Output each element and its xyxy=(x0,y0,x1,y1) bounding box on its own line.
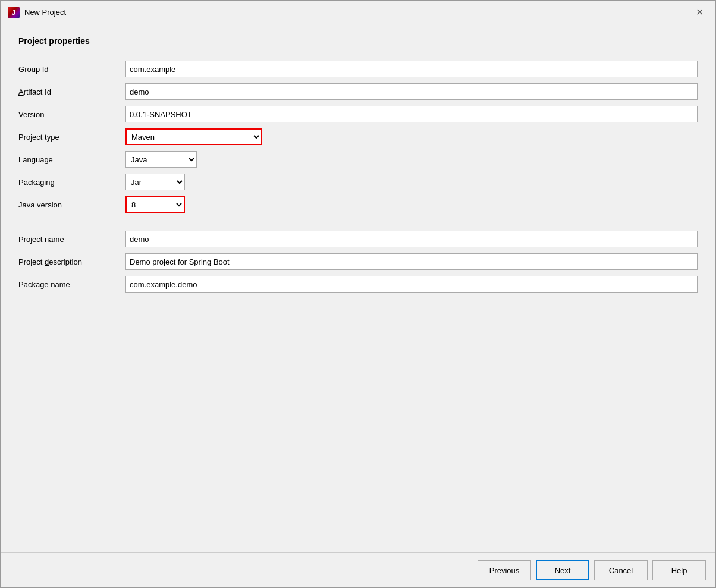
project-name-label: Project name xyxy=(18,228,125,250)
dialog-footer: Previous Next Cancel Help xyxy=(1,552,715,587)
spacer1 xyxy=(18,216,125,228)
project-name-input[interactable] xyxy=(125,231,698,247)
project-type-cell: Maven Gradle xyxy=(125,125,698,148)
package-name-cell xyxy=(125,273,698,295)
cancel-button[interactable]: Cancel xyxy=(594,560,648,580)
form-grid: Group Id Artifact Id Version Project typ… xyxy=(18,58,698,295)
packaging-cell: Jar War xyxy=(125,171,698,193)
packaging-select[interactable]: Jar War xyxy=(125,174,185,190)
new-project-dialog: J New Project ✕ Project properties Group… xyxy=(0,0,716,588)
dialog-title: New Project xyxy=(24,8,66,17)
java-version-label: Java version xyxy=(18,193,125,216)
package-name-label: Package name xyxy=(18,273,125,295)
app-icon: J xyxy=(8,7,20,18)
next-button[interactable]: Next xyxy=(536,560,589,580)
artifact-id-input[interactable] xyxy=(125,83,698,100)
language-label: Language xyxy=(18,148,125,171)
project-type-select[interactable]: Maven Gradle xyxy=(125,128,262,145)
title-bar: J New Project ✕ xyxy=(1,1,715,24)
group-id-label: Group Id xyxy=(18,58,125,80)
packaging-label: Packaging xyxy=(18,171,125,193)
help-button[interactable]: Help xyxy=(652,560,706,580)
artifact-id-cell xyxy=(125,80,698,103)
package-name-input[interactable] xyxy=(125,276,698,293)
project-description-label: Project description xyxy=(18,250,125,273)
language-select[interactable]: Java Kotlin Groovy xyxy=(125,151,197,168)
close-button[interactable]: ✕ xyxy=(690,4,708,21)
dialog-content: Project properties Group Id Artifact Id … xyxy=(1,24,715,552)
group-id-cell xyxy=(125,58,698,80)
section-title: Project properties xyxy=(18,36,698,46)
spacer2 xyxy=(125,216,698,228)
previous-button[interactable]: Previous xyxy=(478,560,531,580)
language-cell: Java Kotlin Groovy xyxy=(125,148,698,171)
java-version-cell: 8 11 17 21 xyxy=(125,193,698,216)
java-version-select[interactable]: 8 11 17 21 xyxy=(125,196,185,213)
project-description-cell xyxy=(125,250,698,273)
title-bar-left: J New Project xyxy=(8,7,66,18)
version-input[interactable] xyxy=(125,106,698,122)
project-name-cell xyxy=(125,228,698,250)
project-type-label: Project type xyxy=(18,125,125,148)
artifact-id-label: Artifact Id xyxy=(18,80,125,103)
version-cell xyxy=(125,103,698,125)
version-label: Version xyxy=(18,103,125,125)
project-description-input[interactable] xyxy=(125,253,698,270)
group-id-input[interactable] xyxy=(125,61,698,77)
